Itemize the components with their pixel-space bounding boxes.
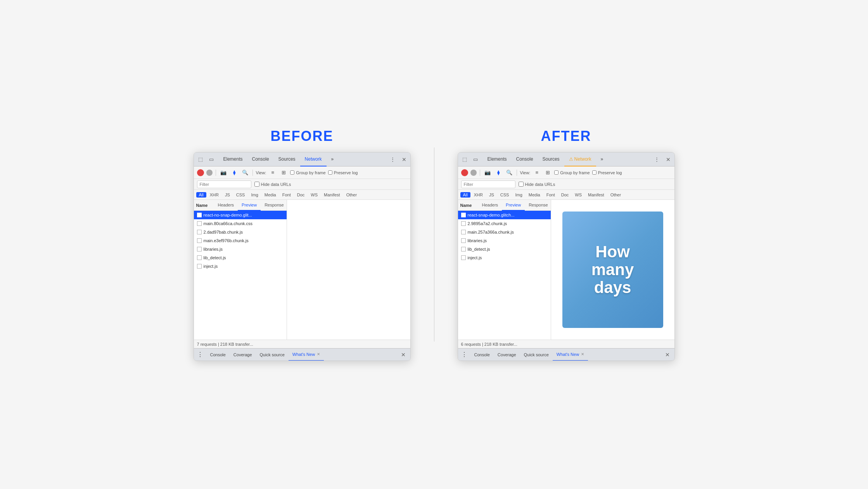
drawer-tab-coverage-before[interactable]: Coverage <box>230 349 256 361</box>
file-item-1-before[interactable]: react-no-snap-demo.glit... <box>194 211 287 219</box>
type-xhr-after[interactable]: XHR <box>471 192 486 198</box>
type-ws-before[interactable]: WS <box>308 192 320 198</box>
group-by-frame-checkbox-before[interactable] <box>290 170 294 175</box>
type-manifest-before[interactable]: Manifest <box>321 192 343 198</box>
inspect-icon[interactable]: ⬚ <box>196 155 205 164</box>
close-drawer-before[interactable]: ✕ <box>399 351 407 359</box>
file-item-6-before[interactable]: lib_detect.js <box>194 253 287 262</box>
file-item-4-after[interactable]: libraries.js <box>458 236 551 245</box>
type-img-before[interactable]: Img <box>248 192 261 198</box>
whatsnew-close-before[interactable]: ✕ <box>317 352 320 356</box>
type-css-after[interactable]: CSS <box>498 192 512 198</box>
col-tab-preview-before[interactable]: Preview <box>238 200 261 211</box>
hide-data-urls-checkbox-before[interactable] <box>254 182 259 187</box>
col-tab-headers-before[interactable]: Headers <box>214 200 238 211</box>
drawer-tab-whatsnew-after[interactable]: What's New ✕ <box>553 349 588 361</box>
drawer-tab-quicksource-after[interactable]: Quick source <box>520 349 553 361</box>
drawer-tab-quicksource-before[interactable]: Quick source <box>256 349 289 361</box>
filter-input-before[interactable] <box>197 180 251 188</box>
tab-sources-before[interactable]: Sources <box>274 153 300 166</box>
file-item-7-before[interactable]: inject.js <box>194 262 287 271</box>
type-all-before[interactable]: All <box>196 192 206 198</box>
drawer-menu-icon-after[interactable]: ⋮ <box>461 351 467 358</box>
funnel-btn-after[interactable]: ⧫ <box>494 168 503 177</box>
type-manifest-after[interactable]: Manifest <box>585 192 607 198</box>
col-tab-response-before[interactable]: Response <box>261 200 288 211</box>
tab-network-before[interactable]: Network <box>300 153 327 166</box>
type-media-after[interactable]: Media <box>526 192 543 198</box>
tab-elements-before[interactable]: Elements <box>219 153 247 166</box>
col-tab-headers-after[interactable]: Headers <box>478 200 502 211</box>
type-css-before[interactable]: CSS <box>233 192 248 198</box>
drawer-tab-coverage-after[interactable]: Coverage <box>494 349 520 361</box>
preserve-log-checkbox-after[interactable] <box>592 170 597 175</box>
hide-data-urls-before[interactable]: Hide data URLs <box>254 182 291 187</box>
view-list-icon-after[interactable]: ≡ <box>533 168 541 177</box>
preserve-log-checkbox-before[interactable] <box>328 170 332 175</box>
file-item-2-after[interactable]: 2.9895a7a2.chunk.js <box>458 219 551 228</box>
stop-btn-after[interactable] <box>470 170 477 176</box>
filter-input-after[interactable] <box>461 180 515 188</box>
type-font-after[interactable]: Font <box>544 192 558 198</box>
type-other-after[interactable]: Other <box>608 192 624 198</box>
type-font-before[interactable]: Font <box>280 192 294 198</box>
tab-more-after[interactable]: » <box>596 153 608 166</box>
whatsnew-close-after[interactable]: ✕ <box>581 352 584 356</box>
group-by-frame-checkbox-after[interactable] <box>554 170 558 175</box>
type-ws-after[interactable]: WS <box>572 192 584 198</box>
close-btn-before[interactable]: ✕ <box>400 156 408 163</box>
file-item-6-after[interactable]: inject.js <box>458 253 551 262</box>
col-tab-preview-after[interactable]: Preview <box>502 200 525 211</box>
camera-btn-before[interactable]: 📷 <box>219 168 228 177</box>
type-xhr-before[interactable]: XHR <box>207 192 221 198</box>
file-item-1-after[interactable]: react-snap-demo.glitch... <box>458 211 551 219</box>
tab-elements-after[interactable]: Elements <box>483 153 512 166</box>
stop-btn-before[interactable] <box>206 170 213 176</box>
settings-icon-after[interactable]: ⋮ <box>653 155 661 164</box>
record-btn-before[interactable] <box>197 169 204 176</box>
hide-data-urls-after[interactable]: Hide data URLs <box>519 182 555 187</box>
tab-console-before[interactable]: Console <box>247 153 274 166</box>
group-by-frame-after[interactable]: Group by frame <box>554 170 590 175</box>
device-icon[interactable]: ▭ <box>207 155 216 164</box>
drawer-tab-whatsnew-before[interactable]: What's New ✕ <box>289 349 324 361</box>
drawer-tab-console-before[interactable]: Console <box>206 349 230 361</box>
search-btn-before[interactable]: 🔍 <box>241 168 249 177</box>
file-item-5-before[interactable]: libraries.js <box>194 245 287 253</box>
file-item-3-after[interactable]: main.257a366a.chunk.js <box>458 228 551 236</box>
settings-icon-before[interactable]: ⋮ <box>389 155 397 164</box>
drawer-menu-icon-before[interactable]: ⋮ <box>197 351 203 358</box>
file-item-5-after[interactable]: lib_detect.js <box>458 245 551 253</box>
view-grid-icon-before[interactable]: ⊞ <box>279 168 288 177</box>
drawer-tab-console-after[interactable]: Console <box>470 349 494 361</box>
view-grid-icon-after[interactable]: ⊞ <box>543 168 552 177</box>
type-doc-after[interactable]: Doc <box>558 192 572 198</box>
file-item-4-before[interactable]: main.e3ef976b.chunk.js <box>194 236 287 245</box>
file-item-3-before[interactable]: 2.dad97bab.chunk.js <box>194 228 287 236</box>
type-js-before[interactable]: JS <box>222 192 233 198</box>
preserve-log-after[interactable]: Preserve log <box>592 170 622 175</box>
funnel-btn-before[interactable]: ⧫ <box>230 168 239 177</box>
tab-network-after[interactable]: ⚠Network <box>564 153 596 166</box>
type-doc-before[interactable]: Doc <box>294 192 308 198</box>
file-item-2-before[interactable]: main.80ca66ca.chunk.css <box>194 219 287 228</box>
preserve-log-before[interactable]: Preserve log <box>328 170 358 175</box>
tab-sources-after[interactable]: Sources <box>538 153 564 166</box>
camera-btn-after[interactable]: 📷 <box>483 168 492 177</box>
hide-data-urls-checkbox-after[interactable] <box>519 182 524 187</box>
device-icon-after[interactable]: ▭ <box>471 155 480 164</box>
type-other-before[interactable]: Other <box>344 192 360 198</box>
group-by-frame-before[interactable]: Group by frame <box>290 170 325 175</box>
type-js-after[interactable]: JS <box>486 192 497 198</box>
view-list-icon-before[interactable]: ≡ <box>268 168 277 177</box>
type-media-before[interactable]: Media <box>262 192 279 198</box>
record-btn-after[interactable] <box>461 169 468 176</box>
search-btn-after[interactable]: 🔍 <box>505 168 514 177</box>
close-drawer-after[interactable]: ✕ <box>664 351 671 359</box>
inspect-icon-after[interactable]: ⬚ <box>460 155 469 164</box>
type-all-after[interactable]: All <box>460 192 470 198</box>
col-tab-response-after[interactable]: Response <box>525 200 552 211</box>
type-img-after[interactable]: Img <box>512 192 525 198</box>
tab-console-after[interactable]: Console <box>512 153 538 166</box>
tab-more-before[interactable]: » <box>327 153 339 166</box>
